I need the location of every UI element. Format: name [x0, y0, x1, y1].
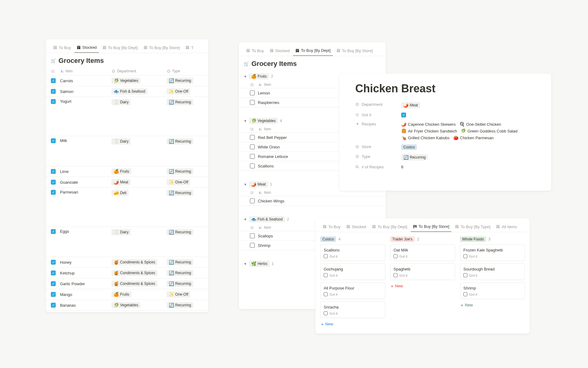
table-row[interactable]: ✓Carrots🥬Vegetables🔄Recurring [46, 75, 208, 86]
item-checkbox[interactable] [250, 100, 255, 105]
tab-to-buy-by-store-[interactable]: To Buy [By Store] [411, 223, 451, 232]
type-tag[interactable]: 🔄Recurring [401, 154, 428, 160]
item-checkbox[interactable] [250, 198, 255, 203]
table-row[interactable]: ✓Guanciale🌶️Meat✨One-Off [46, 177, 208, 188]
row-checkbox[interactable]: ✓ [51, 78, 56, 83]
type-tag[interactable]: 🔄Recurring [167, 259, 193, 265]
row-checkbox[interactable]: ✓ [51, 180, 56, 185]
department-tag[interactable]: 🌶️Meat [401, 102, 420, 108]
gotit-checkbox[interactable] [324, 292, 328, 296]
table-row[interactable]: ✓Mango🍊Fruits✨One-Off [46, 289, 208, 300]
department-tag[interactable]: 🥛Dairy [111, 138, 131, 144]
new-card-button[interactable]: +New [460, 301, 525, 309]
row-checkbox[interactable]: ✓ [51, 303, 56, 308]
store-tag[interactable]: Costco [401, 144, 417, 150]
recipe-link[interactable]: 🍅Chicken Parmesan [453, 135, 494, 140]
recipe-link[interactable]: 🍔Air Fryer Chicken Sandwich [401, 128, 457, 133]
type-header[interactable]: Type [172, 69, 180, 73]
new-card-button[interactable]: +New [320, 320, 385, 328]
type-tag[interactable]: 🔄Recurring [167, 99, 193, 105]
tab-to-buy-by-store-[interactable]: To Buy [By Store] [334, 47, 375, 56]
row-checkbox[interactable]: ✓ [51, 89, 56, 94]
recipe-link[interactable]: 🍳One-Skillet Chicken [459, 122, 501, 127]
column-header[interactable]: Whole Foods3 [460, 235, 525, 244]
department-tag[interactable]: 🍯Condiments & Spices [111, 281, 157, 287]
toggle-icon[interactable]: ▼ [244, 119, 247, 123]
row-checkbox[interactable]: ✓ [51, 99, 56, 104]
table-row[interactable]: ✓Parmesan🧀Deli🔄Recurring [46, 188, 208, 227]
dept-header[interactable]: Department [117, 69, 136, 73]
tab-stocked[interactable]: Stocked [74, 44, 99, 53]
tab-to-buy[interactable]: To Buy [244, 47, 266, 56]
item-checkbox[interactable] [250, 233, 255, 238]
detail-title[interactable]: Chicken Breast [339, 74, 551, 100]
row-checkbox[interactable]: ✓ [51, 260, 56, 265]
board-card[interactable]: SpaghettiGot it [390, 263, 455, 280]
gotit-checkbox[interactable] [324, 254, 328, 258]
gotit-checkbox[interactable] [394, 254, 398, 258]
list-item[interactable]: Chicken Wings [239, 196, 386, 206]
table-row[interactable]: ✓Garlic Powder🍯Condiments & Spices🔄Recur… [46, 278, 208, 289]
board-card[interactable]: All Purpose FlourGot it [320, 282, 385, 299]
department-tag[interactable]: 🥛Dairy [111, 229, 131, 235]
row-checkbox[interactable]: ✓ [51, 169, 56, 174]
gotit-checkbox[interactable] [394, 273, 398, 277]
gotit-checkbox[interactable] [463, 273, 467, 277]
tab-all-items[interactable]: All Items [494, 223, 519, 232]
tab-to-buy[interactable]: To Buy [51, 44, 73, 53]
table-row[interactable]: ✓Yogurt🥛Dairy🔄Recurring [46, 97, 208, 136]
table-row[interactable]: ✓Salmon🐟Fish & Seafood✨One-Off [46, 86, 208, 97]
item-header[interactable]: Item [66, 69, 73, 73]
recipe-link[interactable]: 🍗Grilled Chicken Kabobs [401, 135, 450, 140]
item-checkbox[interactable] [250, 163, 255, 168]
gotit-checkbox[interactable] [463, 292, 467, 296]
board-card[interactable]: ShrimpGot it [460, 282, 525, 299]
table-row[interactable]: ✓Honey🍯Condiments & Spices🔄Recurring [46, 257, 208, 268]
type-tag[interactable]: ✨One-Off [167, 179, 190, 185]
toggle-icon[interactable]: ▼ [244, 183, 247, 186]
tab-to-buy-by-dept-[interactable]: To Buy [By Dept] [100, 44, 140, 53]
department-tag[interactable]: 🍯Condiments & Spices [111, 270, 157, 276]
type-tag[interactable]: 🔄Recurring [167, 78, 193, 84]
tab-stocked[interactable]: Stocked [344, 223, 368, 232]
table-row[interactable]: ✓Ginger Beer🥤Drinks✨One-Off [46, 311, 208, 312]
type-tag[interactable]: 🔄Recurring [167, 281, 193, 287]
toggle-icon[interactable]: ▼ [244, 218, 247, 221]
table-row[interactable]: ✓Milk🥛Dairy🔄Recurring [46, 136, 208, 166]
tab-t[interactable]: T [183, 44, 196, 53]
column-header[interactable]: Trader Joe's2 [390, 235, 455, 244]
item-checkbox[interactable] [250, 90, 255, 95]
row-checkbox[interactable]: ✓ [51, 229, 56, 234]
type-tag[interactable]: 🔄Recurring [167, 168, 193, 174]
tab-to-buy-by-type-[interactable]: To Buy [By Type] [453, 223, 492, 232]
board-card[interactable]: Oat MilkGot it [390, 244, 455, 261]
item-checkbox[interactable] [250, 154, 255, 159]
recipe-link[interactable]: 🌶️Cayenne Chicken Skewers [401, 122, 456, 127]
new-card-button[interactable]: +New [390, 282, 455, 289]
gotit-checkbox[interactable] [324, 311, 328, 315]
type-tag[interactable]: 🔄Recurring [167, 190, 193, 196]
gotit-checkbox[interactable]: ✓ [401, 113, 406, 117]
board-card[interactable]: GochujangGot it [320, 263, 385, 280]
column-header[interactable]: Costco4 [320, 235, 385, 244]
row-checkbox[interactable]: ✓ [51, 292, 56, 297]
type-tag[interactable]: 🔄Recurring [167, 270, 193, 276]
department-tag[interactable]: 🍊Fruits [111, 291, 131, 297]
department-tag[interactable]: 🥬Vegetables [111, 78, 140, 84]
tab-to-buy-by-store-[interactable]: To Buy [By Store] [141, 44, 182, 53]
board-card[interactable]: SrirachaGot it [320, 301, 385, 318]
type-tag[interactable]: 🔄Recurring [167, 229, 193, 235]
table-row[interactable]: ✓Lime🍊Fruits🔄Recurring [46, 166, 208, 177]
tab-to-buy[interactable]: To Buy [320, 223, 343, 232]
item-checkbox[interactable] [250, 243, 255, 248]
type-tag[interactable]: 🔄Recurring [167, 302, 193, 308]
gotit-checkbox[interactable] [463, 254, 467, 258]
board-card[interactable]: Frozen Kale SpaghettiGot it [460, 244, 525, 261]
board-card[interactable]: Sourdough BreadGot it [460, 263, 525, 280]
department-tag[interactable]: 🧀Deli [111, 190, 129, 196]
toggle-icon[interactable]: ▼ [244, 262, 247, 266]
item-checkbox[interactable] [250, 135, 255, 140]
table-row[interactable]: ✓Ketchup🍯Condiments & Spices🔄Recurring [46, 268, 208, 278]
row-checkbox[interactable]: ✓ [51, 190, 56, 195]
gotit-checkbox[interactable] [324, 273, 328, 277]
